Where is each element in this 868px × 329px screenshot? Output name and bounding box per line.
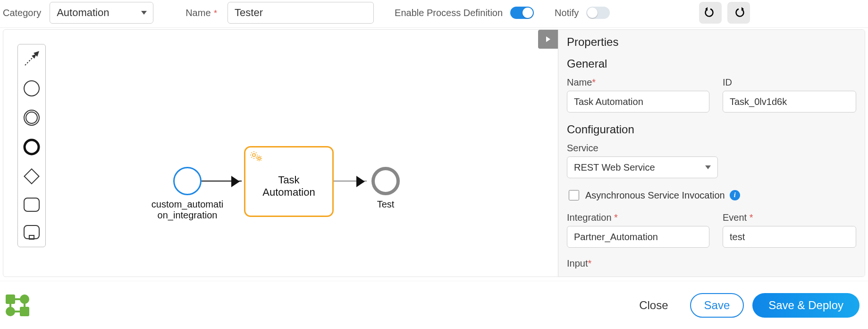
undo-icon	[705, 7, 716, 18]
svg-point-11	[20, 294, 29, 304]
top-bar: Category Automation Name * Enable Proces…	[0, 0, 868, 28]
notify-label: Notify	[555, 8, 579, 18]
save-deploy-button[interactable]: Save & Deploy	[752, 293, 860, 318]
async-label: Asynchronous Service Invocation	[585, 190, 725, 201]
prop-service-select[interactable]: REST Web Service	[567, 156, 718, 178]
prop-input-label: Input*	[567, 258, 856, 269]
svg-rect-10	[6, 294, 15, 304]
enable-process-toggle[interactable]	[510, 7, 534, 19]
enable-process-label: Enable Process Definition	[395, 8, 503, 18]
redo-button[interactable]	[727, 2, 750, 24]
prop-integration-input[interactable]	[567, 226, 709, 248]
category-label: Category	[3, 8, 41, 18]
svg-rect-15	[9, 303, 11, 308]
info-icon[interactable]: i	[730, 190, 740, 200]
prop-integration-label: Integration *	[567, 212, 709, 223]
svg-point-12	[6, 307, 15, 316]
flow-start-to-task[interactable]	[202, 181, 242, 182]
name-input[interactable]	[228, 2, 374, 24]
gear-icon	[249, 150, 263, 164]
section-configuration: Configuration	[567, 123, 856, 136]
notify-toggle[interactable]	[586, 7, 610, 19]
name-label: Name *	[185, 8, 217, 18]
svg-point-9	[258, 157, 261, 160]
prop-name-label: Name*	[567, 77, 709, 88]
prop-id-label: ID	[723, 77, 856, 88]
workspace: custom_automati on_integration Task Auto…	[3, 29, 865, 277]
start-event-node[interactable]	[173, 167, 202, 195]
bpmn-logo-icon	[6, 294, 31, 316]
flow-task-to-end[interactable]	[334, 181, 367, 182]
prop-event-label: Event *	[723, 212, 856, 223]
task-node-label: Task Automation	[249, 161, 329, 212]
svg-point-8	[253, 154, 255, 156]
prop-id-input[interactable]	[723, 91, 856, 113]
async-checkbox[interactable]	[569, 190, 579, 200]
task-node[interactable]: Task Automation	[244, 146, 334, 217]
category-dropdown[interactable]: Automation	[50, 2, 153, 24]
section-general: General	[567, 57, 856, 70]
panel-collapse-button[interactable]	[538, 30, 558, 49]
end-event-caption: Test	[371, 199, 400, 210]
properties-panel: Properties General Name* ID Configuratio…	[558, 30, 865, 277]
prop-service-label: Service	[567, 143, 718, 154]
close-button[interactable]: Close	[626, 293, 681, 318]
category-value: Automation	[50, 2, 153, 24]
svg-rect-17	[14, 311, 21, 312]
svg-rect-14	[14, 298, 21, 300]
redo-icon	[733, 7, 744, 18]
prop-event-input[interactable]	[723, 226, 856, 248]
footer: Close Save Save & Deploy	[0, 281, 868, 329]
start-event-caption: custom_automati on_integration	[150, 199, 225, 221]
svg-rect-13	[20, 307, 29, 316]
end-event-node[interactable]	[371, 167, 400, 195]
save-button[interactable]: Save	[690, 293, 744, 318]
prop-name-input[interactable]	[567, 91, 709, 113]
undo-button[interactable]	[699, 2, 722, 24]
panel-title: Properties	[567, 35, 856, 49]
svg-rect-16	[24, 303, 25, 308]
